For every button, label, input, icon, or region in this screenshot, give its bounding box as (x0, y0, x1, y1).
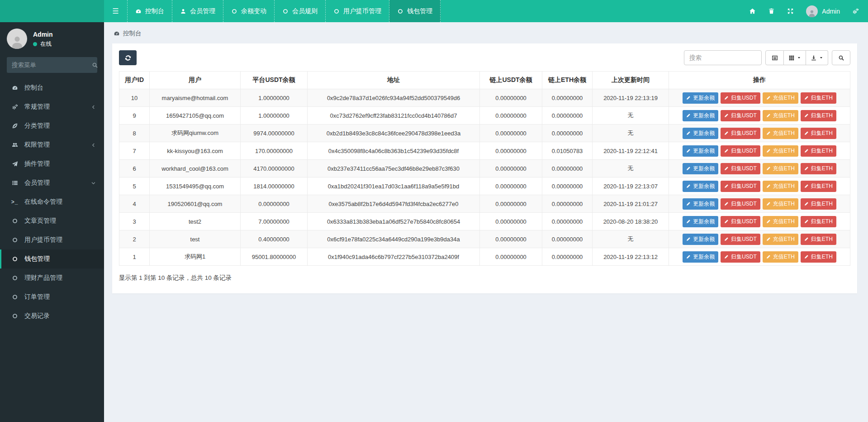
action-button-label: 归集ETH (811, 235, 833, 243)
cell-chain-usdt-balance: 0.00000000 (480, 142, 542, 160)
sidebar-search-input[interactable] (12, 62, 92, 68)
recharge-eth-button[interactable]: 充值ETH (763, 145, 798, 157)
sidebar-item-article-page-management[interactable]: 文章页管理 (0, 211, 104, 230)
pencil-icon (686, 201, 691, 206)
recharge-eth-button[interactable]: 充值ETH (763, 251, 798, 263)
recharge-eth-button[interactable]: 充值ETH (763, 234, 798, 245)
sidebar-item-member-management[interactable]: 会员管理 (0, 173, 104, 192)
nav-item-member-rules[interactable]: 会员规则 (275, 0, 326, 22)
collect-eth-button[interactable]: 归集ETH (801, 163, 836, 174)
settings-gears-icon[interactable] (852, 8, 859, 14)
breadcrumb-label: 控制台 (123, 29, 142, 38)
action-button-label: 归集ETH (811, 218, 833, 225)
sidebar-item-dashboard[interactable]: 控制台 (0, 78, 104, 97)
pencil-icon (804, 131, 809, 135)
update-balance-button[interactable]: 更新余额 (683, 198, 718, 210)
update-balance-button[interactable]: 更新余额 (683, 163, 718, 174)
sidebar-toggle-button[interactable]: ☰ (104, 0, 128, 22)
recharge-eth-button[interactable]: 充值ETH (763, 110, 798, 121)
collect-usdt-button[interactable]: 归集USDT (721, 234, 760, 245)
fullscreen-icon[interactable] (787, 8, 794, 14)
cell-user: test (150, 230, 241, 248)
update-balance-button[interactable]: 更新余额 (683, 234, 718, 245)
recharge-eth-button[interactable]: 充值ETH (763, 163, 798, 174)
trash-icon[interactable] (768, 8, 775, 14)
table-row: 7kk-kissyou@163.com170.000000000x4c35009… (119, 142, 850, 160)
sidebar-item-category-management[interactable]: 分类管理 (0, 116, 104, 135)
sidebar-item-wallet-management[interactable]: 钱包管理 (0, 249, 104, 269)
collect-eth-button[interactable]: 归集ETH (801, 198, 836, 210)
nav-item-user-withdraw-management[interactable]: 用户提币管理 (326, 0, 389, 22)
search-icon[interactable] (92, 62, 98, 68)
sidebar-item-finance-product-management[interactable]: 理财产品管理 (0, 269, 104, 288)
cell-user-id: 2 (119, 230, 150, 248)
update-balance-button[interactable]: 更新余额 (683, 181, 718, 192)
collect-usdt-button[interactable]: 归集USDT (721, 216, 760, 227)
sidebar: Admin 在线 控制台常规管理分类管理权限管理插件管理会员管理>_在线命令管理… (0, 22, 104, 422)
action-button-label: 归集ETH (811, 129, 833, 137)
sidebar-item-general-management[interactable]: 常规管理 (0, 97, 104, 116)
collect-usdt-button[interactable]: 归集USDT (721, 128, 760, 139)
nav-item-balance-change[interactable]: 余额变动 (223, 0, 275, 22)
table-search-input[interactable] (684, 50, 762, 65)
collect-eth-button[interactable]: 归集ETH (801, 92, 836, 104)
user-menu[interactable]: Admin (806, 5, 840, 17)
export-button[interactable] (806, 50, 828, 65)
collect-eth-button[interactable]: 归集ETH (801, 216, 836, 227)
toolbar-right (684, 50, 850, 65)
collect-eth-button[interactable]: 归集ETH (801, 145, 836, 157)
cell-actions: 更新余额归集USDT充值ETH归集ETH (669, 177, 850, 195)
columns-button[interactable] (784, 50, 806, 65)
collect-eth-button[interactable]: 归集ETH (801, 234, 836, 245)
cell-last-update-time: 2020-08-20 18:38:20 (593, 213, 669, 230)
nav-item-dashboard[interactable]: 控制台 (128, 0, 172, 22)
search-button[interactable] (832, 50, 850, 65)
nav-item-member-management[interactable]: 会员管理 (172, 0, 223, 22)
collect-eth-button[interactable]: 归集ETH (801, 110, 836, 121)
collect-usdt-button[interactable]: 归集USDT (721, 145, 760, 157)
update-balance-button[interactable]: 更新余额 (683, 128, 718, 139)
sidebar-item-transaction-records[interactable]: 交易记录 (0, 307, 104, 326)
collect-usdt-button[interactable]: 归集USDT (721, 163, 760, 174)
refresh-button[interactable] (119, 50, 137, 65)
record-count-summary: 显示第 1 到第 10 条记录，总共 10 条记录 (119, 274, 850, 287)
collect-usdt-button[interactable]: 归集USDT (721, 92, 760, 104)
recharge-eth-button[interactable]: 充值ETH (763, 198, 798, 210)
update-balance-button[interactable]: 更新余额 (683, 216, 718, 227)
sidebar-item-plugin-management[interactable]: 插件管理 (0, 154, 104, 173)
cell-user-id: 1 (119, 248, 150, 266)
collect-eth-button[interactable]: 归集ETH (801, 128, 836, 139)
dashboard-icon (10, 85, 19, 91)
sidebar-user-name: Admin (33, 31, 53, 38)
users-icon (10, 142, 19, 148)
collect-eth-button[interactable]: 归集ETH (801, 251, 836, 263)
recharge-eth-button[interactable]: 充值ETH (763, 128, 798, 139)
nav-item-wallet-management[interactable]: 钱包管理 (389, 0, 441, 22)
collect-usdt-button[interactable]: 归集USDT (721, 181, 760, 192)
cell-user: 1531549495@qq.com (150, 177, 241, 195)
update-balance-button[interactable]: 更新余额 (683, 110, 718, 121)
cell-chain-eth-balance: 0.00000000 (542, 125, 593, 142)
collect-usdt-button[interactable]: 归集USDT (721, 251, 760, 263)
sidebar-item-order-management[interactable]: 订单管理 (0, 288, 104, 307)
update-balance-button[interactable]: 更新余额 (683, 92, 718, 104)
cell-platform-usdt-balance: 0.40000000 (241, 230, 308, 248)
sidebar-item-user-withdraw-management[interactable]: 用户提币管理 (0, 230, 104, 249)
navbar-menu-area: ☰ 控制台会员管理余额变动会员规则用户提币管理钱包管理 (104, 0, 441, 22)
cell-actions: 更新余额归集USDT充值ETH归集ETH (669, 195, 850, 213)
column-header-user-id: 用户ID (119, 72, 150, 89)
cell-last-update-time: 2020-11-19 22:13:12 (593, 248, 669, 266)
sidebar-item-permission-management[interactable]: 权限管理 (0, 135, 104, 154)
sidebar-item-online-command-management[interactable]: >_在线命令管理 (0, 192, 104, 211)
update-balance-button[interactable]: 更新余额 (683, 145, 718, 157)
collect-usdt-button[interactable]: 归集USDT (721, 198, 760, 210)
recharge-eth-button[interactable]: 充值ETH (763, 216, 798, 227)
update-balance-button[interactable]: 更新余额 (683, 251, 718, 263)
home-icon[interactable] (749, 8, 756, 14)
recharge-eth-button[interactable]: 充值ETH (763, 92, 798, 104)
collect-usdt-button[interactable]: 归集USDT (721, 110, 760, 121)
collect-eth-button[interactable]: 归集ETH (801, 181, 836, 192)
pagination-toggle-button[interactable] (765, 50, 784, 65)
cell-last-update-time: 无 (593, 125, 669, 142)
recharge-eth-button[interactable]: 充值ETH (763, 181, 798, 192)
